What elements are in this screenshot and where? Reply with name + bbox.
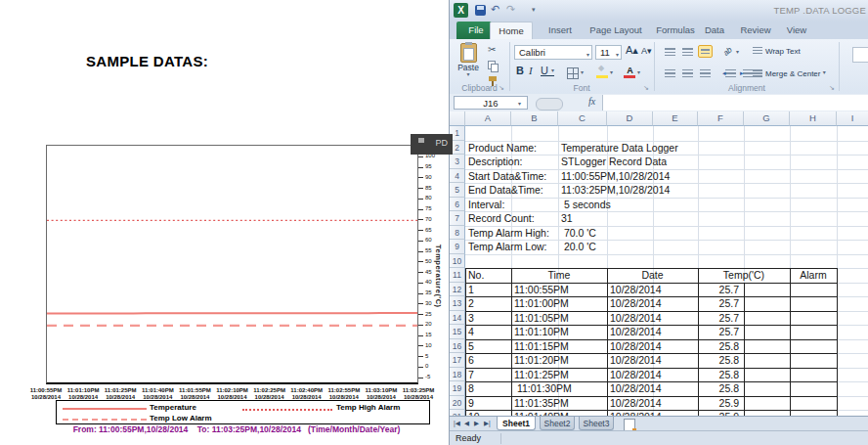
table-row-cell[interactable]: 4 <box>468 325 474 339</box>
table-row-cell[interactable]: 25.7 <box>698 283 739 297</box>
table-row-cell[interactable]: 10/28/2014 <box>610 396 662 411</box>
row-header-15[interactable]: 15 <box>450 325 465 339</box>
sheet-tab-sheet2[interactable]: Sheet2 <box>540 417 575 430</box>
font-size-select[interactable]: 11 ▾ <box>595 45 622 60</box>
borders-icon[interactable] <box>567 67 579 79</box>
alignment-dialog-launcher[interactable]: ↘ <box>829 84 835 92</box>
table-row-cell[interactable]: 1 <box>468 283 474 297</box>
cell-a7-label[interactable]: Record Count: <box>468 211 535 226</box>
font-color-dropdown-icon[interactable]: ▾ <box>637 67 640 78</box>
table-row-cell[interactable]: 11:01:20PM <box>514 353 569 368</box>
table-row-cell[interactable]: 25.8 <box>698 368 739 382</box>
cell-a4-label[interactable]: Start Data&Time: <box>468 169 546 184</box>
column-header-a[interactable]: A <box>465 111 511 126</box>
first-sheet-button[interactable]: |◀ <box>454 420 460 427</box>
ribbon-partial-button[interactable] <box>852 47 868 63</box>
row-header-19[interactable]: 19 <box>450 381 465 396</box>
next-sheet-button[interactable]: ▶ <box>474 420 479 427</box>
cell-a6-label[interactable]: Interval: <box>468 198 504 212</box>
prev-sheet-button[interactable]: ◀ <box>464 420 469 427</box>
row-header-14[interactable]: 14 <box>450 311 465 326</box>
cell-a3-label[interactable]: Description: <box>468 155 522 169</box>
tab-insert[interactable]: Insert <box>541 22 580 39</box>
top-align-icon[interactable] <box>663 45 677 58</box>
table-row-cell[interactable]: 11:01:15PM <box>514 339 569 354</box>
undo-icon[interactable]: ↶ <box>491 3 499 16</box>
insert-function-icon[interactable]: fx <box>588 96 595 107</box>
table-row-cell[interactable]: 10/28/2014 <box>610 368 662 382</box>
name-box-dropdown-icon[interactable]: ▾ <box>518 100 521 107</box>
middle-align-icon[interactable] <box>680 45 695 58</box>
cell-c8-value[interactable]: 70.0 'C <box>561 226 596 241</box>
copy-icon[interactable] <box>488 61 499 71</box>
table-row-cell[interactable]: 11:01:05PM <box>514 311 569 326</box>
row-header-3[interactable]: 3 <box>450 155 465 169</box>
align-center-icon[interactable] <box>680 67 695 79</box>
font-color-icon[interactable]: A <box>624 66 636 78</box>
redo-icon[interactable]: ↷ <box>506 3 515 16</box>
table-row-cell[interactable]: 10/28/2014 <box>610 381 662 396</box>
merge-center-button[interactable]: Merge & Center ▾ <box>753 68 826 78</box>
cell-a5-label[interactable]: End Data&Time: <box>468 183 543 198</box>
align-right-icon[interactable] <box>698 67 713 79</box>
tab-data[interactable]: Data <box>697 22 732 39</box>
clipboard-dialog-launcher[interactable]: ↘ <box>499 84 504 92</box>
table-row-cell[interactable]: 6 <box>468 353 474 368</box>
table-row-cell[interactable]: 10/28/2014 <box>610 296 662 311</box>
row-header-17[interactable]: 17 <box>450 353 465 368</box>
column-header-h[interactable]: H <box>790 111 837 126</box>
column-header-f[interactable]: F <box>698 111 744 126</box>
row-header-7[interactable]: 7 <box>450 211 465 226</box>
table-row-cell[interactable]: 8 <box>468 381 474 396</box>
table-row-cell[interactable]: 11:01:35PM <box>514 396 569 411</box>
formula-input[interactable] <box>602 95 868 111</box>
table-row-cell[interactable]: 25.7 <box>698 296 739 311</box>
borders-dropdown-icon[interactable]: ▾ <box>581 67 584 78</box>
table-row-cell[interactable]: 25.7 <box>698 325 739 339</box>
paste-dropdown-icon[interactable]: ▾ <box>455 72 482 77</box>
decrease-indent-icon[interactable]: ◂ <box>723 67 738 79</box>
paste-button[interactable]: Paste ▾ <box>455 43 482 89</box>
bottom-align-icon[interactable] <box>698 45 713 58</box>
row-header-8[interactable]: 8 <box>450 226 465 241</box>
table-row-cell[interactable]: 25.8 <box>698 353 739 368</box>
align-left-icon[interactable] <box>663 67 677 79</box>
pd-window-fragment[interactable]: PD <box>411 134 453 155</box>
cut-icon[interactable]: ✂ <box>488 44 496 55</box>
tab-formulas[interactable]: Formulas <box>650 22 701 39</box>
row-header-5[interactable]: 5 <box>450 183 465 198</box>
column-header-i[interactable]: I <box>837 111 868 126</box>
table-row-cell[interactable]: 25.9 <box>698 396 739 411</box>
select-all-corner[interactable] <box>450 111 465 126</box>
cell-c6-value[interactable]: 5 seconds <box>561 198 611 212</box>
column-header-e[interactable]: E <box>653 111 698 126</box>
sheet-tab-sheet1[interactable]: Sheet1 <box>497 417 536 430</box>
table-row-cell[interactable]: 5 <box>468 339 474 354</box>
table-row-cell[interactable]: 11:00:55PM <box>514 283 569 297</box>
orientation-dropdown-icon[interactable]: ▾ <box>736 46 739 58</box>
table-row-cell[interactable]: 10/28/2014 <box>610 353 662 368</box>
table-row-cell[interactable]: 11:01:25PM <box>514 368 569 382</box>
row-header-16[interactable]: 16 <box>450 339 465 354</box>
table-row-cell[interactable]: 7 <box>468 368 474 382</box>
column-header-g[interactable]: G <box>744 111 790 126</box>
cell-c3-value[interactable]: STLogger Record Data <box>561 155 667 169</box>
tab-view[interactable]: View <box>779 22 814 39</box>
row-header-4[interactable]: 4 <box>450 169 465 184</box>
fill-color-dropdown-icon[interactable]: ▾ <box>610 67 613 78</box>
cell-c2-value[interactable]: Temperature Data Logger <box>561 141 678 156</box>
row-header-13[interactable]: 13 <box>450 296 465 311</box>
tab-page-layout[interactable]: Page Layout <box>586 22 646 39</box>
cell-c5-value[interactable]: 11:03:25PM,10/28/2014 <box>561 183 670 198</box>
wrap-text-button[interactable]: Wrap Text <box>753 47 801 56</box>
chevron-down-icon[interactable]: ▾ <box>616 49 619 62</box>
fill-color-icon[interactable]: ◆ <box>596 66 609 78</box>
italic-button[interactable]: I <box>529 65 533 76</box>
tab-review[interactable]: Review <box>734 22 777 39</box>
qat-dropdown-icon[interactable]: ▾ <box>532 6 536 14</box>
cell-c4-value[interactable]: 11:00:55PM,10/28/2014 <box>561 169 670 184</box>
table-row-cell[interactable]: 11:01:10PM <box>514 325 569 339</box>
table-row-cell[interactable]: 10/28/2014 <box>610 311 662 326</box>
row-header-18[interactable]: 18 <box>450 368 465 382</box>
cell-a2-label[interactable]: Product Name: <box>468 141 537 156</box>
